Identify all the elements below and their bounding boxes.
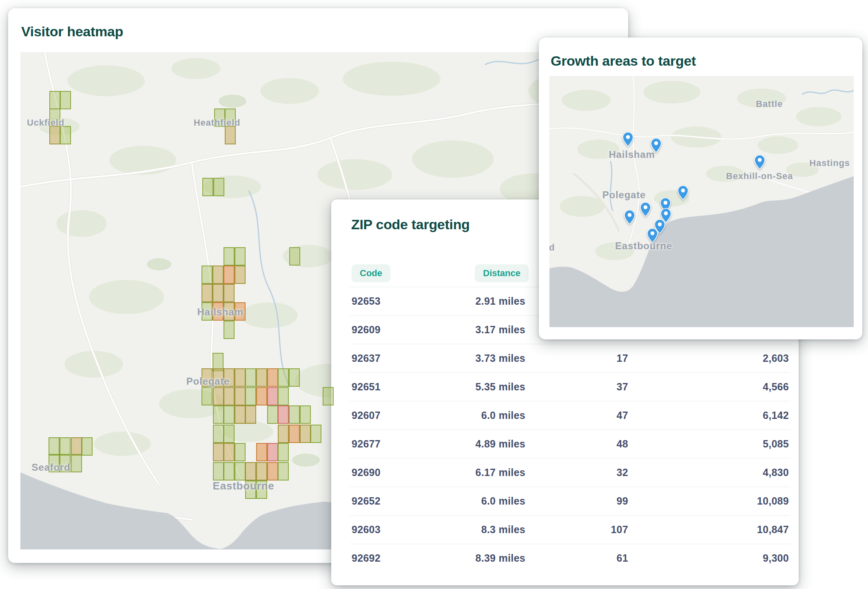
cell-distance: 6.17 miles <box>475 467 525 478</box>
location-pin-icon[interactable] <box>622 132 633 147</box>
heatmap-cell <box>256 443 267 461</box>
cell-zip-code: 92653 <box>352 295 381 307</box>
cell-zip-code: 92607 <box>352 410 381 421</box>
heatmap-cell <box>202 387 213 405</box>
cell-zip-code: 92609 <box>352 324 381 336</box>
heatmap-cell <box>235 405 246 424</box>
cell-distance: 3.17 miles <box>475 324 525 336</box>
visitor-heatmap-title: Visitor heatmap <box>21 24 123 40</box>
heatmap-cell <box>267 462 278 480</box>
heatmap-cell <box>60 126 71 144</box>
table-row[interactable]: 926526.0 miles9910,089 <box>331 487 799 515</box>
growth-areas-title: Growth areas to target <box>551 53 696 69</box>
cell-zip-code: 92651 <box>352 381 381 393</box>
location-pin-icon[interactable] <box>754 155 765 170</box>
heatmap-cell <box>245 387 256 405</box>
table-row[interactable]: 926038.3 miles10710,847 <box>331 515 799 544</box>
cell-distance: 6.0 miles <box>481 410 525 421</box>
table-row[interactable]: 926928.39 miles619,300 <box>331 544 799 572</box>
column-header-code[interactable]: Code <box>352 264 390 282</box>
heatmap-cell <box>267 405 278 424</box>
heatmap-cell <box>71 454 82 472</box>
heatmap-cell <box>202 284 213 302</box>
location-pin-icon[interactable] <box>640 202 651 217</box>
heatmap-cell <box>224 284 235 302</box>
table-row[interactable]: 926373.73 miles172,603 <box>331 344 799 372</box>
heatmap-cell <box>213 284 224 302</box>
heatmap-cell <box>60 437 71 456</box>
heatmap-cell <box>202 178 213 196</box>
map-town-label: d <box>549 242 555 253</box>
heatmap-cell <box>256 368 267 387</box>
location-pin-icon[interactable] <box>624 210 635 225</box>
map-town-label: Eastbourne <box>615 240 672 252</box>
cell-count: 48 <box>617 438 628 450</box>
cell-distance: 2.91 miles <box>475 295 525 307</box>
row-divider <box>350 372 790 373</box>
cell-zip-code: 92677 <box>352 438 381 450</box>
map-town-label: Eastbourne <box>213 480 274 492</box>
cell-count: 107 <box>611 524 628 536</box>
cell-distance: 8.39 miles <box>475 552 525 564</box>
row-divider <box>350 487 790 487</box>
table-row[interactable]: 926076.0 miles476,142 <box>331 401 799 430</box>
row-divider <box>350 430 790 430</box>
map-town-label: Polegate <box>186 376 230 387</box>
heatmap-cell <box>267 387 278 405</box>
cell-distance: 6.0 miles <box>481 495 525 507</box>
map-town-label: Hailsham <box>609 149 655 160</box>
cell-count: 32 <box>617 467 628 478</box>
heatmap-cell <box>224 387 235 405</box>
heatmap-cell <box>224 462 235 480</box>
heatmap-cell <box>267 443 278 461</box>
heatmap-cell <box>300 405 311 424</box>
heatmap-cell <box>289 405 300 424</box>
row-divider <box>350 515 790 516</box>
growth-areas-map[interactable]: BattleHastingsBexhill-on-SeaHailshamPole… <box>549 76 854 327</box>
cell-distance: 8.3 miles <box>481 524 525 536</box>
cell-count: 17 <box>617 352 628 364</box>
heatmap-cell <box>289 247 300 266</box>
map-town-label: Uckfield <box>27 117 64 128</box>
growth-areas-card: Growth areas to target <box>539 38 862 339</box>
row-divider <box>350 344 790 344</box>
heatmap-cell <box>278 387 289 405</box>
cell-distance: 3.73 miles <box>475 352 525 364</box>
heatmap-cell <box>278 368 289 387</box>
heatmap-cell <box>235 266 246 284</box>
table-row[interactable]: 926774.89 miles485,085 <box>331 430 799 458</box>
table-row[interactable]: 926515.35 miles374,566 <box>331 372 799 401</box>
map-town-label: Battle <box>756 99 783 109</box>
cell-zip-code: 92637 <box>352 352 381 364</box>
cell-distance: 4.89 miles <box>475 438 525 450</box>
heatmap-cell <box>235 462 246 480</box>
heatmap-cell <box>278 462 289 480</box>
cell-zip-code: 92652 <box>352 495 381 507</box>
cell-value: 4,830 <box>763 467 789 478</box>
heatmap-cell <box>278 443 289 461</box>
heatmap-cell <box>300 425 311 443</box>
heatmap-cell <box>224 266 235 284</box>
heatmap-cell <box>224 247 235 266</box>
heatmap-cell <box>235 247 246 266</box>
heatmap-cell <box>267 368 278 387</box>
heatmap-cell <box>235 368 246 387</box>
heatmap-cell <box>245 368 256 387</box>
location-pin-icon[interactable] <box>678 185 689 200</box>
heatmap-cell <box>213 387 224 405</box>
row-divider <box>350 401 790 401</box>
heatmap-cell <box>310 425 321 443</box>
heatmap-cell <box>256 462 267 480</box>
table-row[interactable]: 926906.17 miles324,830 <box>331 458 799 487</box>
heatmap-cell <box>256 387 267 405</box>
cell-value: 10,089 <box>757 495 789 507</box>
heatmap-cell <box>225 126 236 144</box>
cell-value: 10,847 <box>757 524 789 536</box>
location-pin-icon[interactable] <box>647 228 658 243</box>
heatmap-cell <box>289 425 300 443</box>
column-header-distance[interactable]: Distance <box>475 264 529 282</box>
heatmap-cell <box>213 462 224 480</box>
location-pin-icon[interactable] <box>651 138 662 153</box>
heatmap-cell <box>245 462 256 480</box>
heatmap-cell <box>224 443 235 461</box>
